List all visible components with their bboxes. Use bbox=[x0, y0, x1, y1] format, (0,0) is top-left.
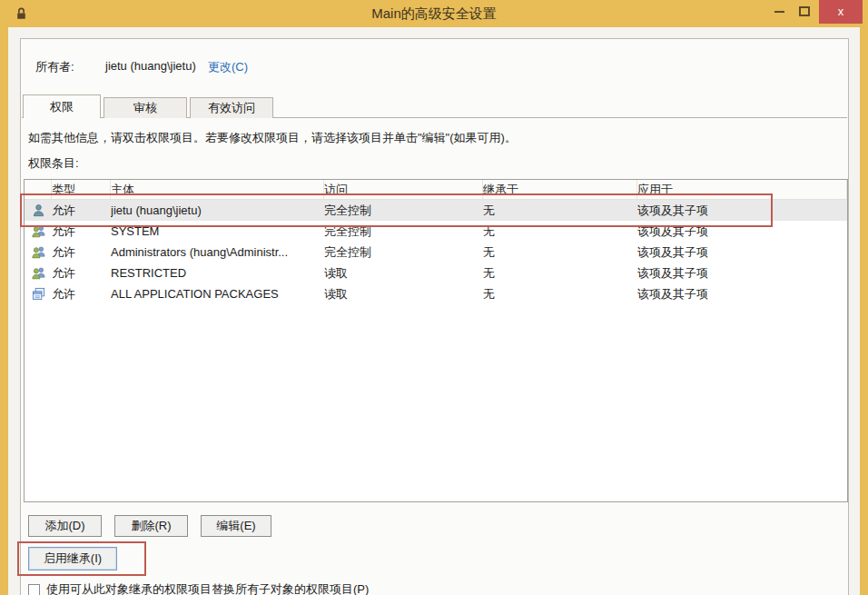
cell-type: 允许 bbox=[52, 265, 111, 282]
cell-type: 允许 bbox=[52, 244, 111, 261]
dialog-content: 所有者: jietu (huang\jietu) 更改(C) 权限 审核 有效访… bbox=[8, 27, 860, 595]
cell-principal: RESTRICTED bbox=[111, 266, 324, 280]
cell-inherited-from: 无 bbox=[483, 223, 637, 240]
group-users-icon bbox=[25, 266, 52, 280]
cell-applies-to: 该项及其子项 bbox=[637, 286, 847, 302]
cell-type: 允许 bbox=[52, 203, 111, 219]
close-button[interactable]: x bbox=[819, 0, 863, 24]
cell-inherited-from: 无 bbox=[483, 203, 637, 219]
table-row[interactable]: 允许 jietu (huang\jietu) 完全控制 无 该项及其子项 bbox=[25, 200, 847, 221]
window-title: Main的高级安全设置 bbox=[0, 5, 868, 23]
change-owner-link[interactable]: 更改(C) bbox=[208, 59, 248, 75]
app-package-icon bbox=[25, 287, 52, 301]
cell-applies-to: 该项及其子项 bbox=[637, 203, 847, 219]
dialog-window: Main的高级安全设置 x 所有者: jietu (huang\jietu) 更… bbox=[0, 0, 868, 595]
remove-button[interactable]: 删除(R) bbox=[114, 515, 188, 537]
replace-child-permissions-checkbox[interactable] bbox=[28, 584, 40, 595]
tab-permissions[interactable]: 权限 bbox=[23, 94, 101, 118]
cell-type: 允许 bbox=[52, 223, 111, 240]
cell-principal: jietu (huang\jietu) bbox=[111, 203, 324, 217]
column-header-principal[interactable]: 主体 bbox=[111, 180, 324, 199]
cell-inherited-from: 无 bbox=[483, 286, 637, 302]
replace-child-permissions-label: 使用可从此对象继承的权限项目替换所有子对象的权限项目(P) bbox=[46, 581, 369, 595]
maximize-button[interactable] bbox=[799, 6, 810, 16]
entries-label: 权限条目: bbox=[28, 155, 79, 172]
cell-inherited-from: 无 bbox=[483, 265, 637, 282]
cell-access: 读取 bbox=[324, 286, 483, 302]
header-icon-spacer bbox=[25, 180, 52, 199]
table-row[interactable]: 允许 ALL APPLICATION PACKAGES 读取 无 该项及其子项 bbox=[25, 283, 847, 304]
column-header-access[interactable]: 访问 bbox=[324, 180, 483, 199]
cell-type: 允许 bbox=[52, 286, 111, 302]
add-button[interactable]: 添加(D) bbox=[28, 515, 102, 537]
cell-principal: SYSTEM bbox=[111, 224, 324, 238]
minimize-button[interactable] bbox=[774, 11, 784, 13]
cell-access: 读取 bbox=[324, 265, 483, 282]
group-users-icon bbox=[25, 224, 52, 238]
cell-principal: Administrators (huang\Administr... bbox=[111, 245, 324, 259]
column-header-inherited-from[interactable]: 继承于 bbox=[483, 180, 637, 199]
cell-access: 完全控制 bbox=[324, 223, 483, 240]
tab-effective-access[interactable]: 有效访问 bbox=[190, 97, 273, 118]
enable-inheritance-button[interactable]: 启用继承(I) bbox=[28, 547, 117, 570]
instruction-text: 如需其他信息，请双击权限项目。若要修改权限项目，请选择该项目并单击"编辑"(如果… bbox=[28, 130, 517, 146]
owner-label: 所有者: bbox=[35, 59, 74, 75]
edit-button[interactable]: 编辑(E) bbox=[201, 515, 271, 537]
title-bar[interactable]: Main的高级安全设置 x bbox=[0, 0, 868, 27]
security-panel: 所有者: jietu (huang\jietu) 更改(C) 权限 审核 有效访… bbox=[20, 38, 849, 595]
cell-inherited-from: 无 bbox=[483, 244, 637, 261]
cell-applies-to: 该项及其子项 bbox=[637, 265, 847, 282]
column-header-applies-to[interactable]: 应用于 bbox=[637, 180, 847, 199]
cell-access: 完全控制 bbox=[324, 203, 483, 219]
table-header: 类型 主体 访问 继承于 应用于 bbox=[25, 180, 847, 200]
single-user-icon bbox=[25, 203, 52, 217]
table-row[interactable]: 允许 RESTRICTED 读取 无 该项及其子项 bbox=[25, 263, 847, 283]
replace-child-permissions-row: 使用可从此对象继承的权限项目替换所有子对象的权限项目(P) bbox=[28, 581, 369, 595]
cell-access: 完全控制 bbox=[324, 244, 483, 261]
permission-entries-table: 类型 主体 访问 继承于 应用于 允许 jietu (huang\jietu) bbox=[24, 179, 848, 502]
table-row[interactable]: 允许 Administrators (huang\Administr... 完全… bbox=[25, 242, 847, 263]
owner-value: jietu (huang\jietu) bbox=[105, 59, 196, 73]
cell-applies-to: 该项及其子项 bbox=[637, 223, 847, 240]
column-header-type[interactable]: 类型 bbox=[52, 180, 111, 199]
cell-principal: ALL APPLICATION PACKAGES bbox=[111, 287, 324, 301]
table-row[interactable]: 允许 SYSTEM 完全控制 无 该项及其子项 bbox=[25, 221, 847, 242]
cell-applies-to: 该项及其子项 bbox=[637, 244, 847, 261]
group-users-icon bbox=[25, 245, 52, 259]
tab-auditing[interactable]: 审核 bbox=[104, 97, 187, 118]
